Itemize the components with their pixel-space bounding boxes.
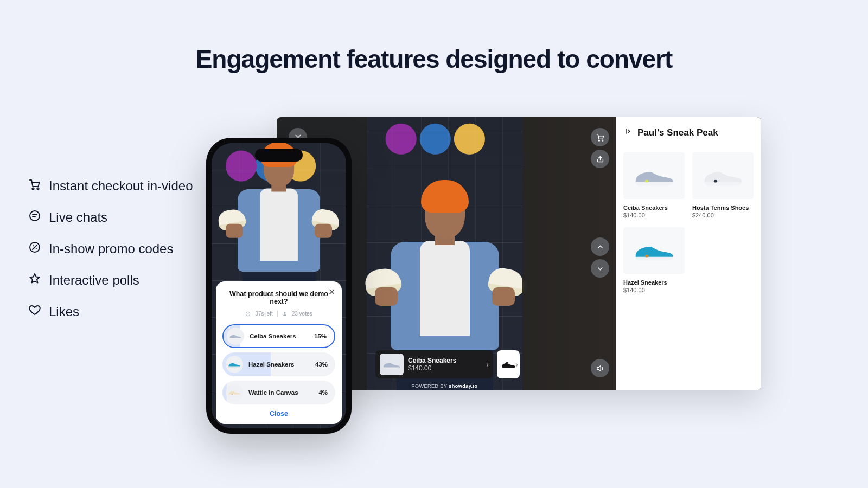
featured-product-name: Ceiba Sneakers	[408, 357, 456, 364]
product-item[interactable]: Ceiba Sneakers $140.00	[623, 152, 685, 219]
share-button[interactable]	[591, 150, 609, 168]
poll-question: What product should we demo next?	[222, 290, 335, 305]
svg-point-10	[284, 312, 285, 314]
star-icon	[28, 272, 41, 288]
chevron-right-icon: ›	[486, 360, 489, 369]
poll-close-button[interactable]: Close	[222, 410, 335, 418]
svg-point-5	[602, 140, 603, 141]
svg-point-2	[30, 211, 40, 221]
svg-point-6	[644, 180, 648, 183]
product-panel: Paul's Sneak Peak Ceiba Sneakers $140.00…	[616, 117, 761, 390]
svg-point-7	[713, 180, 717, 183]
svg-point-11	[233, 337, 234, 338]
poll-option[interactable]: Hazel Sneakers 43%	[222, 352, 335, 376]
feature-label: In-show promo codes	[49, 241, 173, 256]
phone-mock: ✕ What product should we demo next? 37s …	[206, 138, 352, 434]
product-image	[623, 152, 685, 199]
product-price: $140.00	[623, 212, 685, 219]
svg-point-12	[232, 365, 233, 366]
product-name: Hosta Tennis Shoes	[692, 204, 754, 211]
poll-option-label: Wattle in Canvas	[248, 389, 298, 396]
phone-notch	[255, 149, 303, 162]
poll-option-thumb	[226, 356, 243, 373]
chat-icon	[28, 209, 41, 226]
poll-options: Ceiba Sneakers 15% Hazel Sneakers 43% Wa…	[222, 324, 335, 404]
cart-icon	[28, 178, 41, 194]
chevron-right-icon: ›	[515, 360, 518, 369]
svg-point-8	[644, 255, 648, 258]
feature-item: In-show promo codes	[28, 241, 193, 257]
svg-point-13	[232, 394, 233, 394]
collapse-panel-icon[interactable]	[623, 127, 632, 138]
feature-item: Interactive polls	[28, 272, 193, 288]
page-headline: Engagement features designed to convert	[0, 44, 868, 74]
poll-option-percent: 4%	[318, 389, 328, 396]
sound-button[interactable]	[591, 359, 609, 377]
poll-card: ✕ What product should we demo next? 37s …	[216, 281, 342, 424]
product-item[interactable]: Hazel Sneakers $140.00	[623, 227, 685, 293]
next-product-card[interactable]: ›	[497, 350, 520, 378]
clock-icon	[245, 311, 251, 317]
feature-item: Instant checkout in-video	[28, 178, 193, 194]
feature-label: Interactive polls	[49, 273, 139, 288]
feature-item: Likes	[28, 304, 193, 320]
product-name: Hazel Sneakers	[623, 279, 685, 286]
poll-close-icon[interactable]: ✕	[327, 287, 336, 297]
feature-item: Live chats	[28, 209, 193, 226]
poll-option-label: Hazel Sneakers	[248, 361, 294, 368]
poll-option[interactable]: Wattle in Canvas 4%	[222, 381, 335, 404]
product-price: $140.00	[623, 287, 685, 293]
feature-label: Likes	[49, 304, 79, 319]
featured-product-thumb	[380, 354, 404, 375]
product-price: $240.00	[692, 212, 754, 219]
next-video-button[interactable]	[591, 259, 609, 278]
poll-option-thumb	[227, 328, 244, 345]
heart-icon	[28, 304, 41, 320]
featured-product-price: $140.00	[408, 364, 456, 372]
stream-title: Paul's Sneak Peak	[637, 127, 718, 138]
poll-option-percent: 15%	[314, 333, 327, 339]
featured-product-card[interactable]: Ceiba Sneakers $140.00 ›	[375, 350, 493, 378]
product-item[interactable]: Hosta Tennis Shoes $240.00	[692, 152, 754, 219]
feature-label: Live chats	[49, 210, 107, 225]
cart-button[interactable]	[591, 128, 609, 146]
product-name: Ceiba Sneakers	[623, 204, 685, 211]
poll-option-percent: 43%	[315, 361, 328, 368]
product-image	[692, 152, 754, 199]
powered-by: POWERED BY showday.io	[367, 383, 522, 389]
poll-option-thumb	[226, 384, 243, 401]
feature-list: Instant checkout in-videoLive chatsIn-sh…	[28, 178, 193, 320]
product-grid: Ceiba Sneakers $140.00 Hosta Tennis Shoe…	[623, 152, 754, 293]
poll-option-label: Ceiba Sneakers	[250, 333, 296, 339]
svg-point-0	[32, 188, 34, 189]
prev-video-button[interactable]	[591, 237, 609, 256]
people-icon	[282, 311, 288, 317]
feature-label: Instant checkout in-video	[49, 178, 193, 194]
poll-meta: 37s left 23 votes	[222, 311, 335, 317]
svg-point-4	[598, 140, 599, 141]
product-image	[623, 227, 685, 274]
poll-option[interactable]: Ceiba Sneakers 15%	[222, 324, 335, 348]
svg-point-1	[37, 188, 39, 189]
promo-icon	[28, 241, 41, 257]
video-stream[interactable]	[367, 117, 522, 390]
